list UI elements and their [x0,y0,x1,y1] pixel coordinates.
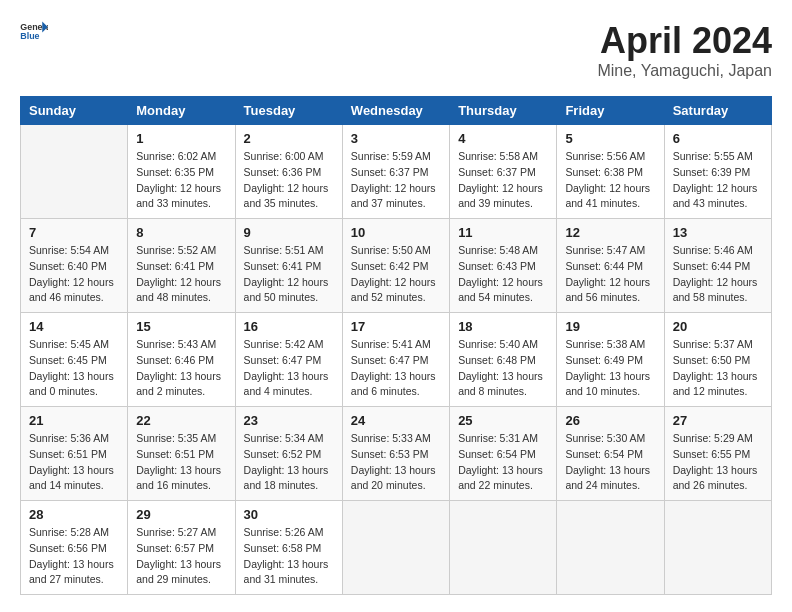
day-number: 7 [29,225,119,240]
calendar-cell: 29Sunrise: 5:27 AMSunset: 6:57 PMDayligh… [128,501,235,595]
header-day-wednesday: Wednesday [342,97,449,125]
day-info: Sunrise: 5:52 AMSunset: 6:41 PMDaylight:… [136,243,226,306]
day-number: 3 [351,131,441,146]
page-header: General Blue April 2024 Mine, Yamaguchi,… [20,20,772,80]
day-info: Sunrise: 5:47 AMSunset: 6:44 PMDaylight:… [565,243,655,306]
header-day-tuesday: Tuesday [235,97,342,125]
day-number: 23 [244,413,334,428]
day-info: Sunrise: 5:50 AMSunset: 6:42 PMDaylight:… [351,243,441,306]
day-info: Sunrise: 5:51 AMSunset: 6:41 PMDaylight:… [244,243,334,306]
day-number: 2 [244,131,334,146]
header-day-sunday: Sunday [21,97,128,125]
day-number: 4 [458,131,548,146]
day-info: Sunrise: 5:33 AMSunset: 6:53 PMDaylight:… [351,431,441,494]
day-number: 19 [565,319,655,334]
day-number: 22 [136,413,226,428]
day-info: Sunrise: 5:41 AMSunset: 6:47 PMDaylight:… [351,337,441,400]
calendar-cell: 30Sunrise: 5:26 AMSunset: 6:58 PMDayligh… [235,501,342,595]
day-number: 11 [458,225,548,240]
day-number: 15 [136,319,226,334]
calendar-cell: 20Sunrise: 5:37 AMSunset: 6:50 PMDayligh… [664,313,771,407]
day-number: 13 [673,225,763,240]
day-number: 14 [29,319,119,334]
calendar-cell: 3Sunrise: 5:59 AMSunset: 6:37 PMDaylight… [342,125,449,219]
calendar-cell: 28Sunrise: 5:28 AMSunset: 6:56 PMDayligh… [21,501,128,595]
calendar-table: SundayMondayTuesdayWednesdayThursdayFrid… [20,96,772,595]
calendar-cell [664,501,771,595]
day-info: Sunrise: 5:56 AMSunset: 6:38 PMDaylight:… [565,149,655,212]
day-number: 24 [351,413,441,428]
calendar-cell: 15Sunrise: 5:43 AMSunset: 6:46 PMDayligh… [128,313,235,407]
calendar-week-1: 1Sunrise: 6:02 AMSunset: 6:35 PMDaylight… [21,125,772,219]
calendar-cell: 9Sunrise: 5:51 AMSunset: 6:41 PMDaylight… [235,219,342,313]
day-info: Sunrise: 5:26 AMSunset: 6:58 PMDaylight:… [244,525,334,588]
calendar-cell: 27Sunrise: 5:29 AMSunset: 6:55 PMDayligh… [664,407,771,501]
day-number: 21 [29,413,119,428]
calendar-week-2: 7Sunrise: 5:54 AMSunset: 6:40 PMDaylight… [21,219,772,313]
day-info: Sunrise: 5:58 AMSunset: 6:37 PMDaylight:… [458,149,548,212]
calendar-cell: 23Sunrise: 5:34 AMSunset: 6:52 PMDayligh… [235,407,342,501]
day-info: Sunrise: 5:43 AMSunset: 6:46 PMDaylight:… [136,337,226,400]
day-number: 25 [458,413,548,428]
calendar-cell: 24Sunrise: 5:33 AMSunset: 6:53 PMDayligh… [342,407,449,501]
calendar-cell: 10Sunrise: 5:50 AMSunset: 6:42 PMDayligh… [342,219,449,313]
calendar-week-5: 28Sunrise: 5:28 AMSunset: 6:56 PMDayligh… [21,501,772,595]
calendar-cell: 8Sunrise: 5:52 AMSunset: 6:41 PMDaylight… [128,219,235,313]
day-number: 16 [244,319,334,334]
calendar-cell: 7Sunrise: 5:54 AMSunset: 6:40 PMDaylight… [21,219,128,313]
day-info: Sunrise: 5:30 AMSunset: 6:54 PMDaylight:… [565,431,655,494]
day-info: Sunrise: 5:55 AMSunset: 6:39 PMDaylight:… [673,149,763,212]
calendar-cell [450,501,557,595]
day-info: Sunrise: 6:00 AMSunset: 6:36 PMDaylight:… [244,149,334,212]
day-number: 17 [351,319,441,334]
day-number: 28 [29,507,119,522]
day-info: Sunrise: 6:02 AMSunset: 6:35 PMDaylight:… [136,149,226,212]
calendar-cell: 4Sunrise: 5:58 AMSunset: 6:37 PMDaylight… [450,125,557,219]
calendar-cell: 25Sunrise: 5:31 AMSunset: 6:54 PMDayligh… [450,407,557,501]
calendar-cell: 5Sunrise: 5:56 AMSunset: 6:38 PMDaylight… [557,125,664,219]
day-info: Sunrise: 5:29 AMSunset: 6:55 PMDaylight:… [673,431,763,494]
day-number: 12 [565,225,655,240]
day-number: 6 [673,131,763,146]
header-day-saturday: Saturday [664,97,771,125]
calendar-cell: 16Sunrise: 5:42 AMSunset: 6:47 PMDayligh… [235,313,342,407]
day-number: 20 [673,319,763,334]
calendar-cell: 11Sunrise: 5:48 AMSunset: 6:43 PMDayligh… [450,219,557,313]
header-row: SundayMondayTuesdayWednesdayThursdayFrid… [21,97,772,125]
calendar-cell [342,501,449,595]
page-title: April 2024 [597,20,772,62]
day-info: Sunrise: 5:27 AMSunset: 6:57 PMDaylight:… [136,525,226,588]
day-number: 1 [136,131,226,146]
day-number: 5 [565,131,655,146]
day-info: Sunrise: 5:42 AMSunset: 6:47 PMDaylight:… [244,337,334,400]
calendar-cell: 17Sunrise: 5:41 AMSunset: 6:47 PMDayligh… [342,313,449,407]
day-info: Sunrise: 5:34 AMSunset: 6:52 PMDaylight:… [244,431,334,494]
day-number: 8 [136,225,226,240]
day-number: 30 [244,507,334,522]
day-number: 29 [136,507,226,522]
logo: General Blue [20,20,48,42]
calendar-cell: 21Sunrise: 5:36 AMSunset: 6:51 PMDayligh… [21,407,128,501]
header-day-monday: Monday [128,97,235,125]
calendar-cell: 1Sunrise: 6:02 AMSunset: 6:35 PMDaylight… [128,125,235,219]
calendar-cell: 6Sunrise: 5:55 AMSunset: 6:39 PMDaylight… [664,125,771,219]
day-info: Sunrise: 5:38 AMSunset: 6:49 PMDaylight:… [565,337,655,400]
calendar-week-4: 21Sunrise: 5:36 AMSunset: 6:51 PMDayligh… [21,407,772,501]
calendar-cell: 26Sunrise: 5:30 AMSunset: 6:54 PMDayligh… [557,407,664,501]
day-info: Sunrise: 5:31 AMSunset: 6:54 PMDaylight:… [458,431,548,494]
calendar-cell: 12Sunrise: 5:47 AMSunset: 6:44 PMDayligh… [557,219,664,313]
day-info: Sunrise: 5:28 AMSunset: 6:56 PMDaylight:… [29,525,119,588]
day-info: Sunrise: 5:48 AMSunset: 6:43 PMDaylight:… [458,243,548,306]
calendar-cell: 2Sunrise: 6:00 AMSunset: 6:36 PMDaylight… [235,125,342,219]
calendar-cell: 14Sunrise: 5:45 AMSunset: 6:45 PMDayligh… [21,313,128,407]
day-number: 10 [351,225,441,240]
calendar-cell: 22Sunrise: 5:35 AMSunset: 6:51 PMDayligh… [128,407,235,501]
day-info: Sunrise: 5:35 AMSunset: 6:51 PMDaylight:… [136,431,226,494]
day-info: Sunrise: 5:45 AMSunset: 6:45 PMDaylight:… [29,337,119,400]
day-number: 9 [244,225,334,240]
day-info: Sunrise: 5:36 AMSunset: 6:51 PMDaylight:… [29,431,119,494]
calendar-cell [21,125,128,219]
header-day-friday: Friday [557,97,664,125]
calendar-cell: 13Sunrise: 5:46 AMSunset: 6:44 PMDayligh… [664,219,771,313]
calendar-week-3: 14Sunrise: 5:45 AMSunset: 6:45 PMDayligh… [21,313,772,407]
